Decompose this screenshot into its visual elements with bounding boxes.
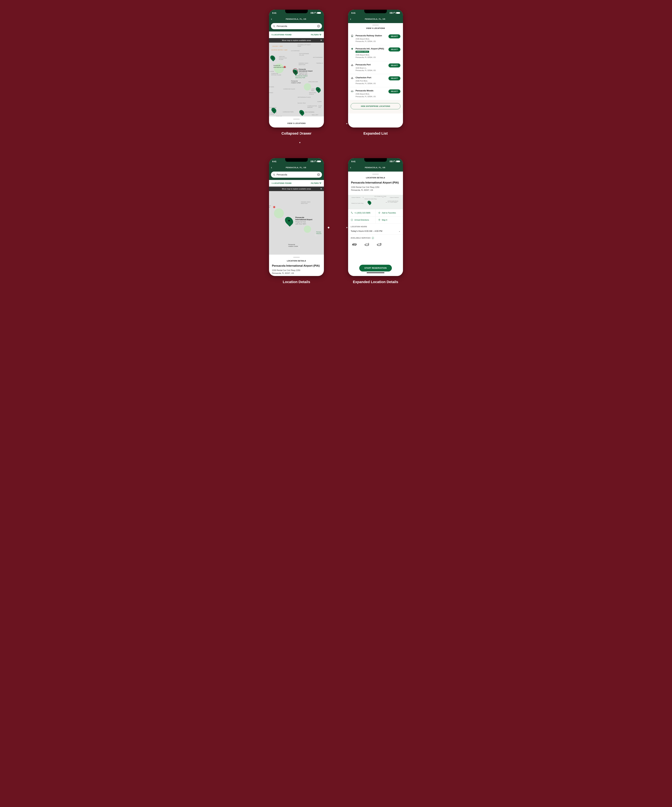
info-icon xyxy=(351,219,353,221)
info-icon[interactable]: i xyxy=(372,237,374,239)
clear-search-button[interactable]: ✕ xyxy=(317,25,320,28)
header: ‹ PENSACOLA, FL, US xyxy=(269,16,324,23)
map-label: WEXFORDCHACE xyxy=(309,92,316,95)
filters-label: FILTERS xyxy=(311,182,319,184)
map-poi-label: PensacDiscove xyxy=(316,231,321,235)
map-label: SOTOGRANDEVILLAS xyxy=(299,53,309,56)
emerald-aisle-badge: EMERALD AISLE xyxy=(355,51,369,53)
section-title: LOCATION DETAILS xyxy=(272,260,321,262)
location-row[interactable]: Pensacola Railway Station 2430 Airport B… xyxy=(348,32,403,45)
drawer-handle[interactable] xyxy=(372,25,379,25)
start-reservation-button[interactable]: START RESERVATION xyxy=(359,265,392,271)
notch xyxy=(364,158,387,162)
map-label: CORDOVA PLACE xyxy=(283,88,295,90)
search-input[interactable] xyxy=(277,25,316,27)
clear-search-button[interactable]: ✕ xyxy=(317,173,320,176)
details-drawer[interactable]: LOCATION DETAILS Pensacola International… xyxy=(269,254,324,276)
search-row: ✕ xyxy=(269,23,324,32)
hide-enterprise-button[interactable]: HIDE ENTERPRISE LOCATIONS xyxy=(351,103,400,109)
banner-close-button[interactable]: ✕ xyxy=(320,39,322,42)
status-bar: 9:41 xyxy=(348,10,403,16)
search-field[interactable]: ✕ xyxy=(271,171,322,178)
map[interactable]: HIDDEN OAKSADDITION olala PensacDiscove … xyxy=(269,191,324,254)
location-row[interactable]: Pensacola Port 1634 Boat Ln,Pensacola, F… xyxy=(348,61,403,74)
page-title: PENSACOLA, FL, US xyxy=(274,18,319,20)
select-location-button[interactable]: SELECT xyxy=(388,34,400,38)
location-name: Pensacola International Airport (PIA) xyxy=(351,181,400,184)
select-location-button[interactable]: SELECT xyxy=(388,47,400,51)
location-address-line2: Pensacola, FL 30337, US xyxy=(272,272,321,275)
search-row: ✕ xyxy=(269,171,324,180)
map-poi-grey[interactable] xyxy=(293,77,295,79)
services-heading: AVAILABLE SERVICES i xyxy=(348,235,403,240)
mini-map[interactable]: RCC Rental Car Center Rental Car Center … xyxy=(348,195,403,209)
signal-icon xyxy=(390,161,392,162)
back-button[interactable]: ‹ xyxy=(350,166,351,169)
filters-button[interactable]: FILTERS xyxy=(311,34,321,36)
map-label: OUGLAS xyxy=(276,116,282,116)
drawer-handle[interactable] xyxy=(372,174,379,174)
map-poi-label: view Cemetery xyxy=(305,111,314,113)
map-label: SOTOGRANDE xyxy=(313,56,323,58)
mini-map-label: RCC Rental Car Center xyxy=(374,196,387,197)
map-label: EASTHIG xyxy=(319,105,322,108)
map-label: Colony + Bar xyxy=(272,45,282,47)
search-input[interactable] xyxy=(277,173,316,176)
header: ‹ PENSACOLA, FL, US xyxy=(348,164,403,171)
select-location-button[interactable]: SELECT xyxy=(388,90,400,93)
page-title: PENSACOLA, FL, US xyxy=(352,166,398,168)
hours-expander[interactable]: Today's Hours 8:00 AM – 4:00 PM ⌄ xyxy=(348,229,403,235)
select-location-button[interactable]: SELECT xyxy=(388,76,400,80)
battery-icon xyxy=(396,161,400,162)
drawer-handle[interactable] xyxy=(293,119,300,120)
map-label: CORDOVAOFFICE PLAZA xyxy=(271,73,281,76)
results-count: 5 LOCATIONS FOUND xyxy=(272,34,292,36)
banner-close-button[interactable]: ✕ xyxy=(320,188,322,190)
favorite-action[interactable]: Add to Favorites xyxy=(375,209,403,216)
map-label: N PARK xyxy=(269,86,274,88)
filters-button[interactable]: FILTERS xyxy=(311,182,321,184)
map-pin-icon xyxy=(378,219,380,221)
arrival-directions-action[interactable]: Arrival Directions xyxy=(348,216,375,223)
back-button[interactable]: ‹ xyxy=(350,17,351,21)
bottom-drawer[interactable]: VIEW 5 LOCATIONS xyxy=(269,116,324,128)
back-button[interactable]: ‹ xyxy=(271,166,272,169)
location-row[interactable]: Pensacola Woods 2430 Airport Blvd,Pensac… xyxy=(348,87,403,100)
map-label: AIRPORTEXECUTIVEPLAZA xyxy=(279,56,287,60)
section-title: LOCATION DETAILS xyxy=(351,177,400,179)
location-row[interactable]: Pensacola Intl. Airport (PNS) EMERALD AI… xyxy=(348,45,403,61)
search-field[interactable]: ✕ xyxy=(271,23,322,29)
map-poi-red[interactable] xyxy=(274,206,275,208)
map-poi-grey xyxy=(382,196,384,198)
back-button[interactable]: ‹ xyxy=(271,17,272,21)
call-action[interactable]: +1 (833) 315-5895 xyxy=(348,209,375,216)
map-it-action[interactable]: Map It xyxy=(375,216,403,223)
caption: Expanded List xyxy=(363,131,388,136)
map-label: MALLORY xyxy=(312,114,319,116)
status-bar: 9:41 xyxy=(348,158,403,164)
map-poi-grey[interactable] xyxy=(298,246,300,248)
drawer-handle[interactable] xyxy=(293,257,300,257)
mapit-label: Map It xyxy=(382,219,387,221)
location-row[interactable]: Charleston Port 2430 Port Blvd,Pensacola… xyxy=(348,74,403,87)
map-poi-label: PensacolaAviation Center xyxy=(291,80,301,84)
map-poi-label: PensacolaInternational Airport xyxy=(274,65,286,68)
port-icon xyxy=(351,76,353,80)
location-name: Charleston Port xyxy=(355,76,387,79)
map-pin-airport[interactable] xyxy=(367,200,372,205)
location-address-line1: 2200 Rental Car Cntr Pkwy 2250 xyxy=(351,186,400,189)
arrival-label: Arrival Directions xyxy=(354,219,369,221)
hours-text: Today's Hours 8:00 AM – 4:00 PM xyxy=(351,230,382,232)
select-location-button[interactable]: SELECT xyxy=(388,63,400,68)
location-address: 2430 Airport Blvd,Pensacola, FL 32504, U… xyxy=(355,93,387,98)
status-time: 9:41 xyxy=(351,160,355,163)
view-locations-link[interactable]: VIEW 5 LOCATIONS xyxy=(287,122,306,124)
map-poi-grey xyxy=(385,202,387,203)
map-pin-rail[interactable] xyxy=(269,55,276,61)
map-pin-airport[interactable] xyxy=(284,215,295,227)
location-name: Pensacola Port xyxy=(355,63,387,66)
map-pin-label: PensacolaInternational AirportRegional h… xyxy=(299,68,313,75)
status-bar: 9:41 xyxy=(269,158,324,164)
map-label: JEFFERSON PLACE xyxy=(298,96,311,98)
map[interactable]: Hitzman-OptimistPark Colony + Bar George… xyxy=(269,43,324,116)
